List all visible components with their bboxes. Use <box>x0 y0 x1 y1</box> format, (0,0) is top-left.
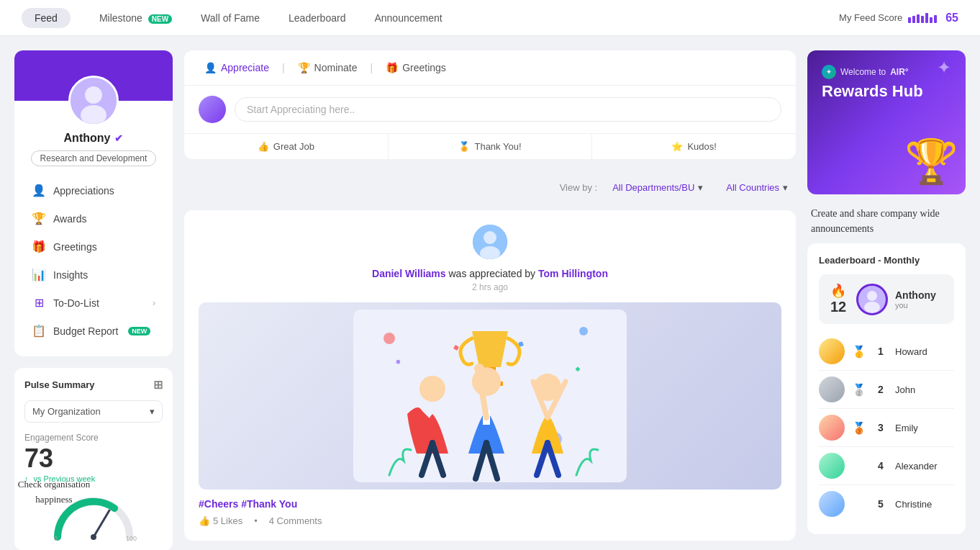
tab-divider-1: | <box>282 62 285 73</box>
profile-dept: Research and Development <box>14 150 173 166</box>
post-tabs: 👤 Appreciate | 🏆 Nominate | 🎁 Greetings <box>184 50 796 86</box>
feed-separator: • <box>254 515 258 526</box>
greetings-tab-icon: 🎁 <box>386 62 398 73</box>
post-input-area: Start Appreciating here.. <box>184 86 796 133</box>
feed-card: Daniel Williams was appreciated by Tom H… <box>184 210 796 541</box>
annotation-right: Create and share company wide announceme… <box>807 206 966 236</box>
post-input[interactable]: Start Appreciating here.. <box>235 97 781 122</box>
top-navigation: Feed Milestone NEW Wall of Fame Leaderbo… <box>0 0 980 36</box>
filter-countries[interactable]: All Countries ▾ <box>718 178 796 197</box>
tab-greetings[interactable]: 🎁 Greetings <box>380 59 452 76</box>
menu-insights[interactable]: 📊 Insights <box>26 261 161 289</box>
appreciations-icon: 👤 <box>32 184 46 197</box>
todo-arrow: › <box>153 298 155 308</box>
tab-appreciate[interactable]: 👤 Appreciate <box>199 59 275 76</box>
engagement-score: 73 <box>24 446 163 472</box>
nominate-icon: 🏆 <box>298 62 310 73</box>
rank-4: 4 <box>874 460 888 472</box>
leaderboard-top-user: 🔥 12 Anthony you <box>819 274 954 324</box>
leader-score: 12 <box>830 299 846 315</box>
rank-1: 1 <box>874 346 888 357</box>
leaderboard-card: Leaderboard - Monthly 🔥 12 <box>807 243 966 534</box>
pulse-title: Pulse Summary ⊞ <box>24 378 163 392</box>
pulse-card: Pulse Summary ⊞ My Organization ▾ Engage… <box>14 368 173 550</box>
leader-avatar-5 <box>819 491 845 517</box>
country-chevron-icon: ▾ <box>783 182 788 193</box>
name-1: Howard <box>895 346 927 357</box>
quick-great-job[interactable]: 👍 Great Job <box>184 134 389 159</box>
nav-wall-of-fame[interactable]: Wall of Fame <box>201 9 260 27</box>
feed-image <box>199 302 781 490</box>
menu-todo[interactable]: ⊞ To-Do-List › <box>26 289 161 317</box>
svg-point-36 <box>867 291 877 301</box>
svg-point-11 <box>384 333 395 344</box>
nav-leaderboard[interactable]: Leaderboard <box>289 9 345 27</box>
menu-greetings[interactable]: 🎁 Greetings <box>26 233 161 261</box>
leader-avatar-4 <box>819 453 845 479</box>
leader-row-3: 🥉 3 Emily <box>819 409 954 447</box>
engagement-label: Engagement Score <box>24 433 163 443</box>
leader-row-2: 🥈 2 John <box>819 371 954 409</box>
feed-time: 2 hrs ago <box>199 282 781 292</box>
feed-appreciator: Tom Hillington <box>538 268 608 279</box>
feed-comment[interactable]: 4 Comments <box>269 515 322 526</box>
svg-point-25 <box>474 364 484 374</box>
engagement-vs: ↑ vs Previous week <box>24 474 163 483</box>
svg-text:0: 0 <box>54 535 58 541</box>
feed-card-header <box>199 225 781 259</box>
nav-announcement[interactable]: Announcement <box>374 9 442 27</box>
svg-point-4 <box>91 534 96 540</box>
leader-self-info: Anthony you <box>895 289 936 310</box>
menu-awards[interactable]: 🏆 Awards <box>26 204 161 233</box>
sidebar-menu: 👤 Appreciations 🏆 Awards 🎁 Greetings 📊 I… <box>14 176 173 356</box>
name-3: Emily <box>895 423 918 433</box>
leader-row-5: 5 Christine <box>819 485 954 523</box>
tab-nominate[interactable]: 🏆 Nominate <box>292 59 363 76</box>
engagement-section: Engagement Score 73 ↑ vs Previous week <box>24 433 163 541</box>
filter-label: View by : <box>560 182 598 193</box>
feed-score-value: 65 <box>945 12 958 24</box>
milestone-badge: NEW <box>148 14 172 24</box>
rewards-logo: ✦ Welcome to AIR° <box>822 65 951 79</box>
star-icon: ⭐ <box>671 141 683 152</box>
feed-score-section: My Feed Score 65 <box>839 12 958 24</box>
decoration-star: ✦ <box>937 58 951 78</box>
name-4: Alexander <box>895 461 938 472</box>
svg-point-37 <box>864 302 880 313</box>
svg-line-3 <box>94 510 109 537</box>
medal-2: 🥈 <box>852 383 866 397</box>
feed-like[interactable]: 👍 5 Likes <box>199 515 242 526</box>
pulse-grid-icon[interactable]: ⊞ <box>153 378 163 392</box>
gauge-chart: 0 100 <box>50 490 137 541</box>
feed-appreciated-user: Daniel Williams <box>372 268 446 279</box>
quick-kudos[interactable]: ⭐ Kudos! <box>592 134 796 159</box>
air-logo-icon: ✦ <box>822 65 836 79</box>
verified-icon: ✔ <box>114 132 123 144</box>
nav-milestone[interactable]: Milestone NEW <box>99 9 172 27</box>
filter-department[interactable]: All Departments/BU ▾ <box>604 178 711 197</box>
nav-feed[interactable]: Feed <box>22 8 71 28</box>
svg-point-1 <box>85 86 102 104</box>
feed-score-bars <box>908 13 937 23</box>
quick-thank-you[interactable]: 🏅 Thank You! <box>389 134 593 159</box>
leader-avatar-1 <box>819 338 845 364</box>
rewards-brand: AIR° <box>890 67 908 77</box>
feed-appreciated-by-label: was appreciated by <box>448 268 538 279</box>
menu-appreciations[interactable]: 👤 Appreciations <box>26 176 161 204</box>
awards-icon: 🏆 <box>32 212 46 225</box>
feed-post-text: Daniel Williams was appreciated by Tom H… <box>199 268 781 279</box>
rank-3: 3 <box>874 422 888 433</box>
leader-rank-score: 🔥 12 <box>827 283 849 315</box>
dept-chevron-icon: ▾ <box>698 182 703 193</box>
profile-name: Anthony ✔ <box>14 132 173 145</box>
insights-icon: 📊 <box>32 268 46 281</box>
pulse-org-select[interactable]: My Organization ▾ <box>24 400 163 423</box>
feed-user-avatar <box>473 225 507 259</box>
todo-icon: ⊞ <box>32 296 46 310</box>
svg-point-17 <box>419 376 445 402</box>
rank-2: 2 <box>874 384 888 395</box>
rewards-card[interactable]: ✦ Welcome to AIR° Rewards Hub 🏆 ✦ <box>807 50 966 194</box>
trend-icon: ↑ <box>24 474 29 483</box>
menu-budget[interactable]: 📋 Budget Report NEW <box>26 317 161 345</box>
svg-text:100: 100 <box>126 535 137 541</box>
